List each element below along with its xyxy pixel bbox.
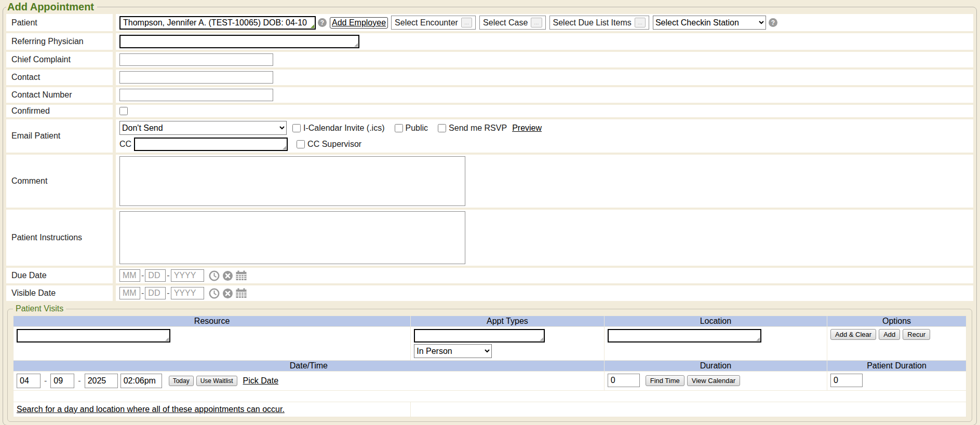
page-title: Add Appointment [6, 1, 97, 13]
visit-year-input[interactable] [85, 374, 118, 388]
datetime-header-row: Date/Time Duration Patient Duration [14, 361, 966, 372]
patient-duration-input[interactable] [830, 374, 863, 387]
resource-input-wrap [17, 329, 170, 342]
patient-row: Patient ? Add Employee Select Encounter … [6, 14, 973, 31]
patient-visits-table: Resource Appt Types Location Options [13, 316, 966, 417]
search-cell: Search for a day and location where all … [14, 402, 411, 417]
due-date-mm-input[interactable] [119, 269, 140, 282]
cc-supervisor-checkbox[interactable] [297, 140, 305, 148]
patient-instructions-label: Patient Instructions [6, 210, 113, 266]
cc-label: CC [119, 140, 131, 149]
due-date-clear-icon[interactable] [222, 270, 233, 281]
select-due-list-ellipsis-button[interactable]: ... [635, 18, 646, 28]
date-separator: - [167, 271, 169, 280]
select-case-ellipsis-button[interactable]: ... [531, 18, 542, 28]
select-case-label: Select Case [483, 18, 528, 28]
visible-date-yyyy-input[interactable] [171, 287, 204, 299]
chief-complaint-input[interactable] [119, 53, 273, 66]
select-due-list-group: Select Due List Items ... [549, 16, 649, 30]
rsvp-label: Send me RSVP [449, 124, 507, 133]
add-employee-link[interactable]: Add Employee [330, 17, 388, 29]
checkin-station-select[interactable]: Select Checkin Station [653, 16, 766, 30]
patient-label: Patient [6, 14, 113, 31]
referring-physician-input[interactable] [119, 35, 359, 48]
email-patient-row: Email Patient Don't Send I-Calendar Invi… [6, 119, 973, 153]
patient-input[interactable] [119, 16, 316, 30]
date-separator: - [141, 289, 144, 298]
referring-physician-input-wrap [119, 35, 359, 48]
visit-month-input[interactable] [17, 374, 41, 388]
referring-physician-row: Referring Physician [6, 33, 973, 50]
visit-day-input[interactable] [50, 374, 74, 388]
comment-row: Comment [6, 155, 973, 208]
date-separator: - [167, 289, 169, 298]
visible-date-icons [209, 288, 247, 299]
confirmed-checkbox[interactable] [119, 107, 128, 115]
view-calendar-button[interactable]: View Calendar [687, 375, 740, 386]
visible-date-dd-input[interactable] [145, 287, 166, 299]
public-checkbox[interactable] [395, 124, 403, 132]
appt-types-input[interactable] [414, 329, 545, 342]
confirmed-cell [116, 105, 973, 117]
checkin-help-icon[interactable]: ? [769, 18, 777, 27]
due-date-dd-input[interactable] [145, 269, 166, 282]
date-separator: - [141, 271, 144, 280]
select-due-list-label: Select Due List Items [553, 18, 632, 28]
location-header: Location [604, 316, 827, 327]
comment-textarea[interactable] [119, 156, 465, 206]
due-date-time-icon[interactable] [209, 270, 220, 281]
preview-link[interactable]: Preview [512, 124, 542, 133]
today-button[interactable]: Today [169, 376, 194, 386]
rsvp-option: Send me RSVP [438, 124, 507, 133]
use-waitlist-button[interactable]: Use Waitlist [196, 376, 237, 386]
pick-date-link[interactable]: Pick Date [243, 376, 278, 386]
patient-help-icon[interactable]: ? [318, 18, 327, 27]
patient-instructions-row: Patient Instructions [6, 210, 973, 266]
confirmed-row: Confirmed [6, 105, 973, 117]
referring-physician-label: Referring Physician [6, 33, 113, 50]
search-day-location-link[interactable]: Search for a day and location where all … [17, 405, 285, 414]
due-date-yyyy-input[interactable] [171, 269, 204, 282]
select-case-group: Select Case ... [479, 16, 545, 30]
recur-button[interactable]: Recur [903, 329, 930, 340]
public-option: Public [395, 124, 428, 133]
appt-types-input-wrap [414, 329, 545, 342]
visit-time-input[interactable] [120, 374, 162, 388]
add-button[interactable]: Add [879, 329, 900, 340]
email-patient-cell: Don't Send I-Calendar Invite (.ics) Publ… [116, 119, 973, 153]
add-appointment-panel: Add Appointment Patient ? Add Employee S… [3, 1, 977, 425]
visible-date-calendar-icon[interactable] [236, 288, 247, 298]
comment-cell [116, 155, 973, 208]
add-clear-button[interactable]: Add & Clear [830, 329, 876, 340]
location-input[interactable] [608, 329, 761, 342]
select-encounter-group: Select Encounter ... [391, 16, 476, 30]
find-time-button[interactable]: Find Time [646, 375, 684, 386]
ical-option: I-Calendar Invite (.ics) [292, 124, 385, 133]
patient-row-content: ? Add Employee Select Encounter ... Sele… [116, 14, 973, 31]
resource-input[interactable] [17, 329, 170, 342]
patient-visits-title: Patient Visits [13, 304, 66, 313]
visible-date-clear-icon[interactable] [222, 288, 233, 299]
rsvp-checkbox[interactable] [438, 124, 446, 132]
chief-complaint-row: Chief Complaint [6, 52, 973, 67]
visible-date-mm-input[interactable] [119, 287, 140, 299]
chief-complaint-label: Chief Complaint [6, 52, 113, 67]
duration-input[interactable] [608, 374, 640, 387]
duration-header: Duration [604, 361, 827, 372]
due-date-label: Due Date [6, 268, 113, 283]
select-encounter-ellipsis-button[interactable]: ... [461, 18, 472, 28]
duration-cell: Find Time View Calendar [604, 372, 827, 391]
cc-supervisor-option: CC Supervisor [297, 140, 361, 149]
email-send-select[interactable]: Don't Send [119, 121, 287, 135]
visit-mode-select[interactable]: In Person [414, 344, 492, 358]
due-date-calendar-icon[interactable] [236, 270, 247, 281]
patient-instructions-textarea[interactable] [119, 211, 465, 264]
cc-input[interactable] [134, 138, 288, 151]
contact-input[interactable] [119, 71, 273, 84]
contact-number-input[interactable] [119, 89, 273, 101]
email-options-line: Don't Send I-Calendar Invite (.ics) Publ… [119, 121, 542, 135]
appt-types-cell: In Person [411, 327, 605, 361]
visible-date-time-icon[interactable] [209, 288, 220, 299]
contact-number-label: Contact Number [6, 87, 113, 103]
ical-checkbox[interactable] [292, 124, 301, 132]
